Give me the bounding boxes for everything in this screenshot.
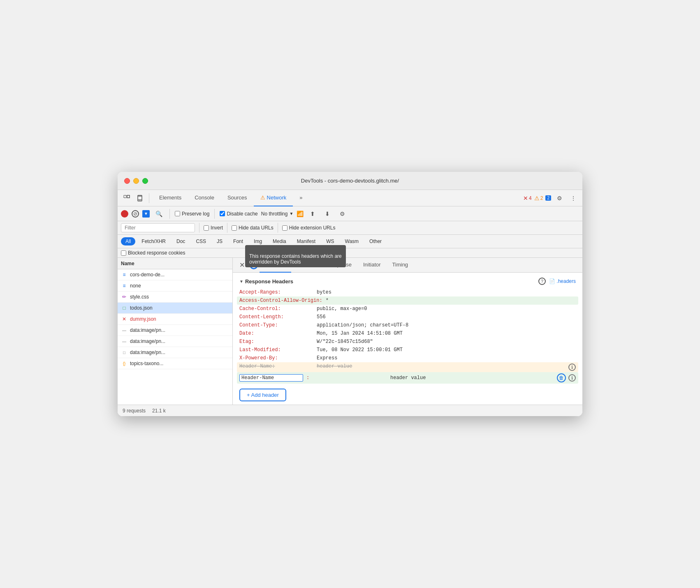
tab-headers[interactable]: Headers (260, 258, 291, 273)
record-dot (252, 264, 255, 267)
tab-initiator[interactable]: Initiator (357, 258, 387, 273)
headers-file-link[interactable]: 📄 .headers (549, 278, 576, 284)
file-icon: 📄 (549, 278, 555, 284)
row-actions-editable: 🗑 ℹ (557, 373, 576, 382)
svg-rect-0 (124, 195, 126, 198)
header-name: Accept-Ranges: (239, 289, 313, 295)
filter-fetch-xhr[interactable]: Fetch/XHR (137, 237, 170, 245)
request-name: cors-demo-de... (130, 272, 165, 278)
maximize-button[interactable] (142, 178, 148, 184)
filter-doc[interactable]: Doc (172, 237, 190, 245)
blocked-cookies-checkbox[interactable] (121, 250, 126, 256)
clear-button[interactable]: ⊘ (132, 210, 139, 218)
hide-data-urls-label[interactable]: Hide data URLs (232, 225, 274, 231)
header-value: public, max-age=0 (317, 306, 367, 312)
network-settings-icon[interactable]: ⚙ (336, 208, 348, 220)
filter-bar: Invert Hide data URLs Hide extension URL… (118, 221, 582, 235)
size-info: 21.1 k (152, 408, 166, 414)
inspect-icon[interactable] (121, 192, 132, 204)
header-colon: : (306, 375, 380, 381)
record-button[interactable] (121, 210, 128, 218)
header-row-content-type: Content-Type: application/json; charset=… (239, 321, 576, 329)
header-name: Last-Modified: (239, 347, 313, 353)
filter-js[interactable]: JS (212, 237, 227, 245)
filter-img[interactable]: Img (249, 237, 267, 245)
devtools-toolbar: Elements Console Sources ⚠ Network » ✕ 4… (118, 190, 582, 206)
tab-network[interactable]: ⚠ Network (254, 190, 293, 206)
error-badge-blue: 2 (545, 195, 551, 201)
traffic-lights (124, 178, 148, 184)
header-name-input[interactable] (239, 374, 303, 382)
request-item[interactable]: ✏ style.css (118, 292, 232, 303)
invert-checkbox[interactable] (204, 225, 209, 231)
close-button[interactable] (124, 178, 130, 184)
filter-ws[interactable]: WS (322, 237, 338, 245)
disable-cache-checkbox[interactable] (220, 211, 225, 216)
tab-preview[interactable]: Preview (291, 258, 322, 273)
tab-list: Elements Console Sources ⚠ Network » (153, 190, 309, 206)
preserve-log-label[interactable]: Preserve log (175, 211, 209, 217)
search-button[interactable]: 🔍 (153, 208, 165, 220)
request-item[interactable]: □ data:image/pn... (118, 347, 232, 358)
request-name: data:image/pn... (130, 350, 165, 355)
info-icon[interactable]: ℹ (568, 363, 576, 371)
header-value: 556 (317, 314, 326, 320)
download-icon[interactable]: ⬇ (322, 208, 333, 220)
filter-input[interactable] (121, 223, 195, 232)
settings-icon[interactable]: ⚙ (554, 192, 565, 204)
image-icon: — (121, 327, 127, 333)
tab-sources[interactable]: Sources (221, 190, 254, 206)
section-toggle-icon[interactable]: ▼ (239, 279, 243, 284)
filter-font[interactable]: Font (229, 237, 248, 245)
header-row-etag: Etag: W/"22c-18457c15d68" (239, 338, 576, 346)
add-header-button[interactable]: + Add header (239, 389, 286, 401)
request-item[interactable]: — data:image/pn... (118, 336, 232, 347)
tab-console[interactable]: Console (188, 190, 221, 206)
request-name: todos.json (130, 305, 153, 311)
filter-types-bar: All Fetch/XHR Doc CSS JS Font Img Media … (118, 235, 582, 248)
request-item[interactable]: ≡ cors-demo-de... (118, 269, 232, 280)
filter-button[interactable]: ▼ (142, 210, 150, 218)
header-row-accept-ranges: Accept-Ranges: bytes (239, 288, 576, 296)
request-item-selected[interactable]: □ todos.json (118, 303, 232, 314)
request-list: Name ≡ cors-demo-de... ≡ none ✏ (118, 258, 233, 405)
help-icon[interactable]: ? (538, 278, 546, 285)
hide-extension-urls-checkbox[interactable] (282, 225, 287, 231)
tab-more[interactable]: » (293, 190, 309, 206)
tab-timing[interactable]: Timing (387, 258, 414, 273)
blocked-cookies-label[interactable]: Blocked response cookies (121, 250, 185, 256)
filter-manifest[interactable]: Manifest (292, 237, 320, 245)
filter-all[interactable]: All (121, 237, 135, 245)
filter-media[interactable]: Media (268, 237, 291, 245)
throttling-select[interactable]: No throttling ▼ (261, 211, 294, 217)
record-indicator (250, 261, 258, 269)
info-icon[interactable]: ℹ (568, 374, 576, 382)
toolbar-divider-1 (149, 193, 149, 203)
more-options-icon[interactable]: ⋮ (568, 192, 579, 204)
preserve-log-checkbox[interactable] (175, 211, 180, 216)
tab-response[interactable]: Response (322, 258, 357, 273)
filter-other[interactable]: Other (365, 237, 386, 245)
close-detail-button[interactable]: ✕ (236, 259, 248, 271)
invert-label[interactable]: Invert (204, 225, 223, 231)
minimize-button[interactable] (133, 178, 139, 184)
header-row-last-modified: Last-Modified: Tue, 08 Nov 2022 15:00:01… (239, 346, 576, 354)
filter-wasm[interactable]: Wasm (341, 237, 364, 245)
hide-extension-urls-label[interactable]: Hide extension URLs (282, 225, 336, 231)
filter-css[interactable]: CSS (191, 237, 211, 245)
divider-4 (199, 223, 199, 233)
disable-cache-label[interactable]: Disable cache (220, 211, 257, 217)
hide-data-urls-checkbox[interactable] (232, 225, 237, 231)
header-value: W/"22c-18457c15d68" (317, 339, 373, 345)
request-item[interactable]: ≡ none (118, 280, 232, 292)
request-item[interactable]: {} topics-taxono... (118, 358, 232, 369)
device-icon[interactable] (134, 192, 146, 204)
divider-6 (278, 223, 278, 233)
delete-header-button[interactable]: 🗑 (557, 373, 566, 382)
header-name: Access-Control-Allow-Origin: (239, 298, 322, 303)
request-item[interactable]: ✕ dummy.json (118, 314, 232, 325)
request-name: none (130, 283, 141, 289)
tab-elements[interactable]: Elements (153, 190, 188, 206)
upload-icon[interactable]: ⬆ (307, 208, 318, 220)
request-item[interactable]: — data:image/pn... (118, 325, 232, 336)
